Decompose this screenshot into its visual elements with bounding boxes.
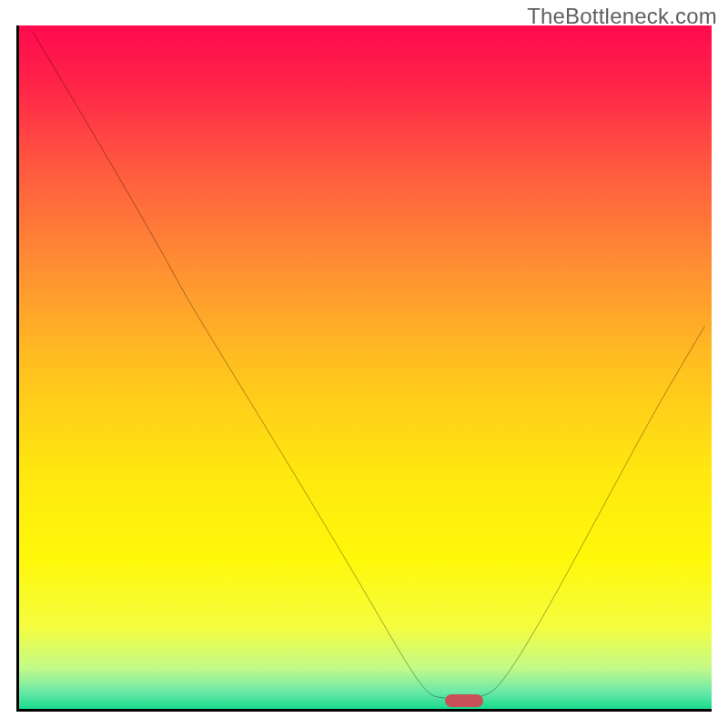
optimal-zone-marker: [445, 694, 483, 707]
curve-layer: [19, 25, 712, 709]
plot-area: [16, 25, 712, 712]
bottleneck-curve: [33, 33, 704, 699]
watermark-text: TheBottleneck.com: [527, 4, 717, 29]
chart-frame: TheBottleneck.com: [0, 0, 728, 728]
